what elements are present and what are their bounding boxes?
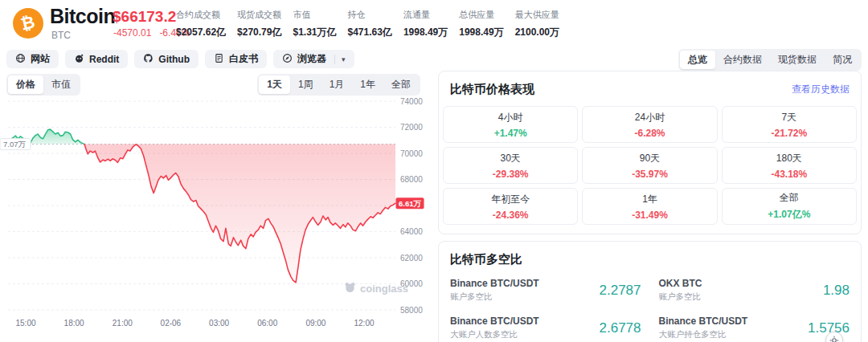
x-axis-label: 02-06 [161, 319, 182, 328]
performance-cell: 1年-31.49% [582, 188, 717, 225]
chart-range-tabs: 1天1周1月1年全部 [257, 74, 420, 96]
long-short-item: Binance BTC/USDT大账户人数多空比2.6778 [450, 316, 641, 340]
link-label: 网站 [31, 52, 50, 66]
mode-tab-市值[interactable]: 市值 [43, 75, 79, 94]
performance-period-label: 24小时 [635, 111, 665, 124]
stat-value: 1998.49万 [403, 26, 448, 39]
stat-item: 最大供应量2100.00万 [515, 9, 559, 39]
range-tab-1月[interactable]: 1月 [321, 75, 353, 94]
stat-item: 总供应量1998.49万 [459, 9, 503, 39]
view-tabs: 总览合约数据现货数据简况 [678, 49, 862, 71]
price-chart-panel: 价格市值 1天1周1月1年全部 740007200070000680006600… [0, 71, 434, 342]
ratio-type-label: 账户多空比 [450, 291, 539, 303]
tab-合约数据[interactable]: 合约数据 [715, 51, 770, 69]
tab-简况[interactable]: 简况 [825, 51, 860, 69]
gear-icon [829, 336, 839, 342]
range-tab-1周[interactable]: 1周 [290, 75, 321, 94]
y-axis-label: 62000 [400, 254, 423, 263]
long-short-item: Binance BTC/USDT大账户持仓多空比1.5756 [659, 316, 850, 340]
open-price-label: 7.07万 [3, 140, 26, 149]
long-short-title: 比特币多空比 [450, 252, 522, 267]
range-tab-全部[interactable]: 全部 [383, 75, 419, 94]
link-label: Github [158, 54, 190, 65]
performance-value: +1.47% [494, 128, 527, 139]
long-short-item: OKX BTC账户多空比1.98 [659, 278, 850, 303]
x-axis-label: 09:00 [305, 319, 326, 328]
stat-value: $1.31万亿 [293, 26, 336, 39]
mode-tab-价格[interactable]: 价格 [8, 75, 43, 94]
performance-value: -24.36% [493, 210, 529, 221]
x-axis-label: 12:00 [354, 319, 374, 328]
stat-value: 2100.00万 [515, 26, 559, 39]
long-short-item: Binance BTC/USDT账户多空比2.2787 [450, 278, 641, 303]
bitcoin-icon: ₿ [13, 8, 43, 39]
link-button-浏览器[interactable]: 浏览器▾ [273, 50, 354, 68]
y-axis-label: 68000 [400, 175, 423, 184]
price-performance-card: 比特币价格表现 查看历史数据 4小时+1.47%24小时-6.28%7天-21.… [438, 71, 862, 234]
x-axis-label: 21:00 [113, 319, 133, 328]
x-axis-label: 03:00 [209, 319, 229, 328]
long-short-name-block: Binance BTC/USDT账户多空比 [450, 278, 539, 303]
current-price: $66173.2 [113, 8, 176, 26]
pair-name: OKX BTC [659, 278, 702, 289]
browser-icon [282, 53, 293, 66]
performance-period-label: 1年 [642, 193, 657, 206]
watermark-label: coinglass [360, 283, 408, 295]
performance-period-label: 90天 [640, 152, 660, 165]
x-axis-label: 15:00 [15, 319, 35, 328]
tab-现货数据[interactable]: 现货数据 [770, 51, 825, 69]
performance-value: -43.18% [771, 169, 807, 180]
performance-value: -31.49% [632, 210, 668, 221]
stat-label: 总供应量 [459, 9, 503, 21]
y-axis-label: 70000 [400, 149, 423, 158]
performance-value: +1.07亿% [768, 208, 810, 222]
ratio-type-label: 大账户持仓多空比 [659, 329, 748, 340]
performance-period-label: 全部 [780, 191, 799, 205]
ratio-value: 2.6778 [600, 320, 641, 336]
y-axis-label: 58000 [400, 306, 423, 315]
long-short-name-block: Binance BTC/USDT大账户持仓多空比 [659, 316, 748, 340]
pair-name: Binance BTC/USDT [659, 316, 748, 327]
performance-period-label: 4小时 [498, 111, 523, 124]
performance-cell: 30天-29.38% [443, 147, 578, 184]
globe-icon [15, 53, 26, 66]
link-button-网站[interactable]: 网站 [6, 50, 59, 68]
link-button-白皮书[interactable]: 白皮书 [205, 50, 267, 68]
link-button-Reddit[interactable]: Reddit [65, 50, 128, 68]
header-stats: 合约成交额$2057.62亿现货成交额$270.79亿市值$1.31万亿持仓$4… [176, 9, 559, 39]
whitepaper-icon [214, 53, 224, 66]
long-short-name-block: Binance BTC/USDT大账户人数多空比 [450, 316, 539, 340]
ratio-type-label: 大账户人数多空比 [450, 329, 539, 340]
price-chart[interactable]: 7400072000700006800066000640006200060000… [0, 95, 434, 336]
ratio-value: 2.2787 [600, 283, 641, 299]
link-label: Reddit [89, 54, 119, 65]
performance-cell: 全部+1.07亿% [722, 188, 857, 225]
performance-title: 比特币价格表现 [450, 82, 534, 97]
stat-item: 现货成交额$270.79亿 [237, 9, 281, 39]
link-button-Github[interactable]: Github [134, 50, 199, 68]
tab-总览[interactable]: 总览 [680, 51, 715, 69]
long-short-grid: Binance BTC/USDT账户多空比2.2787OKX BTC账户多空比1… [439, 275, 861, 342]
performance-cell: 90天-35.97% [582, 147, 717, 184]
stat-label: 合约成交额 [176, 9, 226, 21]
price-change-abs: -4570.01 [113, 27, 151, 39]
x-axis-label: 06:00 [257, 319, 277, 328]
performance-value: -21.72% [771, 128, 807, 139]
y-axis-label: 64000 [400, 227, 423, 236]
performance-grid: 4小时+1.47%24小时-6.28%7天-21.72%30天-29.38%90… [439, 104, 861, 229]
history-data-link[interactable]: 查看历史数据 [792, 83, 850, 96]
external-links: 网站RedditGithub白皮书浏览器▾ [6, 50, 354, 68]
reddit-icon [74, 53, 84, 66]
performance-period-label: 7天 [781, 111, 796, 124]
stat-label: 现货成交额 [237, 9, 281, 21]
range-tab-1年[interactable]: 1年 [352, 75, 383, 94]
performance-period-label: 30天 [500, 152, 520, 165]
stat-item: 持仓$471.63亿 [347, 9, 391, 39]
stat-value: $270.79亿 [237, 26, 281, 39]
performance-cell: 180天-43.18% [722, 147, 857, 184]
performance-cell: 24小时-6.28% [582, 106, 717, 143]
github-icon [143, 53, 154, 66]
performance-value: -29.38% [493, 169, 529, 180]
link-label: 白皮书 [229, 52, 258, 66]
range-tab-1天[interactable]: 1天 [259, 75, 290, 94]
